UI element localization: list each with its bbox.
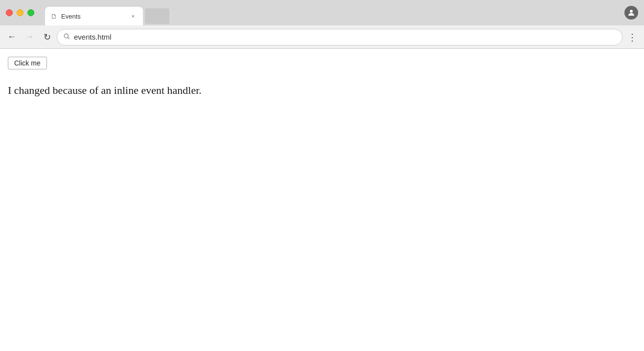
browser-window: 🗋 Events × ← → ↻ xyxy=(0,0,644,351)
address-input[interactable] xyxy=(74,33,616,41)
svg-line-2 xyxy=(68,38,69,39)
forward-icon: → xyxy=(25,32,34,42)
search-icon xyxy=(63,33,70,41)
address-bar-container xyxy=(57,29,622,45)
svg-point-0 xyxy=(630,10,633,13)
svg-point-1 xyxy=(64,34,68,38)
reload-icon: ↻ xyxy=(44,32,51,43)
title-bar: 🗋 Events × xyxy=(0,0,644,25)
reload-button[interactable]: ↻ xyxy=(39,29,55,45)
back-icon: ← xyxy=(7,32,16,42)
menu-dots-icon: ⋮ xyxy=(627,31,637,43)
browser-menu-button[interactable]: ⋮ xyxy=(624,29,640,45)
tab-title: Events xyxy=(61,13,125,20)
tab-close-button[interactable]: × xyxy=(129,12,137,20)
new-tab-placeholder xyxy=(145,8,169,24)
page-content: Click me I changed because of an inline … xyxy=(0,49,644,351)
traffic-lights xyxy=(6,9,34,16)
maximize-button[interactable] xyxy=(27,9,34,16)
back-button[interactable]: ← xyxy=(4,29,20,45)
navigation-bar: ← → ↻ ⋮ xyxy=(0,25,644,49)
tabs-area: 🗋 Events × xyxy=(45,0,169,25)
minimize-button[interactable] xyxy=(17,9,23,16)
forward-button[interactable]: → xyxy=(22,29,37,45)
click-me-button[interactable]: Click me xyxy=(8,57,47,69)
changed-text: I changed because of an inline event han… xyxy=(8,84,636,97)
profile-icon[interactable] xyxy=(624,6,638,20)
close-button[interactable] xyxy=(6,9,13,16)
tab-page-icon: 🗋 xyxy=(51,13,57,20)
active-tab[interactable]: 🗋 Events × xyxy=(45,7,143,25)
